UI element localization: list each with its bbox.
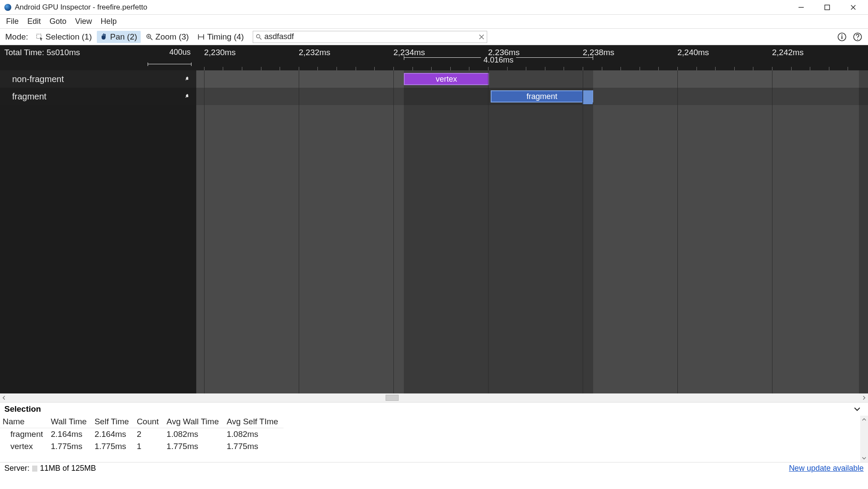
update-available-link[interactable]: New update available xyxy=(789,464,864,473)
cell-self: 1.775ms xyxy=(92,440,134,453)
selection-table-wrap: Name Wall Time Self Time Count Avg Wall … xyxy=(0,416,868,462)
window-minimize-button[interactable] xyxy=(788,0,814,15)
track-lanes[interactable]: vertex fragment xyxy=(196,70,868,393)
search-field-wrap xyxy=(253,31,487,43)
scroll-thumb[interactable] xyxy=(386,395,399,401)
track-row-non-fragment[interactable]: vertex xyxy=(196,70,868,88)
slice-tail-icon xyxy=(582,90,593,104)
col-count[interactable]: Count xyxy=(134,416,164,428)
mode-pan-button[interactable]: Pan (2) xyxy=(97,31,140,43)
window-close-button[interactable] xyxy=(840,0,866,15)
col-self-time[interactable]: Self Time xyxy=(92,416,134,428)
mode-label: Mode: xyxy=(3,32,31,42)
window-maximize-button[interactable] xyxy=(814,0,840,15)
toolbar: Mode: Selection (1) Pan (2) Zoom (3) Tim… xyxy=(0,29,868,45)
track-labels-column: non-fragment fragment xyxy=(0,70,196,393)
clear-search-button[interactable] xyxy=(479,34,484,40)
svg-point-17 xyxy=(842,34,842,35)
cell-name: fragment xyxy=(0,428,48,441)
cell-wall: 1.775ms xyxy=(48,440,92,453)
col-name[interactable]: Name xyxy=(0,416,48,428)
svg-rect-18 xyxy=(842,36,842,39)
slice-fragment[interactable]: fragment xyxy=(491,90,593,102)
pin-icon[interactable] xyxy=(184,93,190,99)
col-wall-time[interactable]: Wall Time xyxy=(48,416,92,428)
selection-panel-header[interactable]: Selection xyxy=(0,403,868,416)
timeline-horizontal-scrollbar[interactable] xyxy=(0,393,868,402)
tick-label: 2,240ms xyxy=(677,48,709,57)
app-icon xyxy=(4,4,11,11)
selection-panel: Selection Name Wall Time Self Time Count… xyxy=(0,402,868,462)
selection-vertical-scrollbar[interactable] xyxy=(860,416,868,462)
search-icon xyxy=(256,34,262,40)
svg-line-6 xyxy=(150,38,152,40)
menu-goto[interactable]: Goto xyxy=(45,15,71,28)
search-input[interactable] xyxy=(264,32,476,41)
track-label-fragment[interactable]: fragment xyxy=(0,88,196,105)
mode-selection-label: Selection (1) xyxy=(46,32,92,42)
mode-selection-button[interactable]: Selection (1) xyxy=(33,31,96,43)
track-row-fragment[interactable]: fragment xyxy=(196,88,868,105)
cell-avg-self: 1.775ms xyxy=(224,440,284,453)
tracks-area[interactable]: non-fragment fragment vertex fragm xyxy=(0,70,868,393)
mode-timing-button[interactable]: Timing (4) xyxy=(194,31,248,43)
table-row[interactable]: fragment 2.164ms 2.164ms 2 1.082ms 1.082… xyxy=(0,428,284,441)
help-button[interactable] xyxy=(851,31,864,43)
cell-count: 1 xyxy=(134,440,164,453)
svg-line-13 xyxy=(260,38,261,40)
cell-count: 2 xyxy=(134,428,164,441)
tick-label: 2,232ms xyxy=(299,48,330,57)
pan-icon xyxy=(100,33,107,40)
selection-icon xyxy=(36,33,43,40)
window-title: Android GPU Inspector - freefire.perfett… xyxy=(15,3,147,12)
cell-name: vertex xyxy=(0,440,48,453)
cell-avg-wall: 1.082ms xyxy=(164,428,224,441)
total-time-label: Total Time: 5s010ms xyxy=(4,48,80,57)
selection-title: Selection xyxy=(4,404,41,414)
menu-help[interactable]: Help xyxy=(96,15,121,28)
mode-zoom-button[interactable]: Zoom (3) xyxy=(142,31,192,43)
track-label-non-fragment[interactable]: non-fragment xyxy=(0,70,196,88)
col-avg-self[interactable]: Avg Self TIme xyxy=(224,416,284,428)
server-label: Server: xyxy=(4,464,30,473)
timing-icon xyxy=(198,33,205,40)
scroll-down-button[interactable] xyxy=(860,454,868,462)
menubar: File Edit Goto View Help xyxy=(0,15,868,29)
menu-file[interactable]: File xyxy=(2,15,23,28)
info-button[interactable] xyxy=(836,31,848,43)
titlebar: Android GPU Inspector - freefire.perfett… xyxy=(0,0,868,15)
slice-vertex[interactable]: vertex xyxy=(404,73,489,85)
server-memory-value: 11MB of 125MB xyxy=(40,464,96,473)
cell-avg-wall: 1.775ms xyxy=(164,440,224,453)
mode-timing-label: Timing (4) xyxy=(207,32,244,42)
timeline-ruler[interactable]: Total Time: 5s010ms 400us 2,230ms 2,232m… xyxy=(0,45,868,70)
mode-pan-label: Pan (2) xyxy=(110,32,137,42)
statusbar: Server: 11MB of 125MB New update availab… xyxy=(0,462,868,474)
scroll-up-button[interactable] xyxy=(860,416,868,423)
track-label-text: non-fragment xyxy=(12,74,64,84)
cell-wall: 2.164ms xyxy=(48,428,92,441)
table-header-row: Name Wall Time Self Time Count Avg Wall … xyxy=(0,416,284,428)
measure-label: 4.016ms xyxy=(481,56,516,65)
svg-rect-1 xyxy=(825,5,830,10)
timeline[interactable]: Total Time: 5s010ms 400us 2,230ms 2,232m… xyxy=(0,45,868,402)
menu-view[interactable]: View xyxy=(71,15,96,28)
svg-point-20 xyxy=(857,39,858,40)
tick-label: 2,242ms xyxy=(772,48,804,57)
table-row[interactable]: vertex 1.775ms 1.775ms 1 1.775ms 1.775ms xyxy=(0,440,284,453)
tick-label: 2,230ms xyxy=(204,48,236,57)
scroll-left-button[interactable] xyxy=(0,394,8,402)
zoom-icon xyxy=(146,33,153,40)
chevron-down-icon[interactable] xyxy=(853,405,861,413)
mode-zoom-label: Zoom (3) xyxy=(155,32,189,42)
menu-edit[interactable]: Edit xyxy=(23,15,45,28)
scroll-track[interactable] xyxy=(8,394,860,402)
measure-callout: 4.016ms xyxy=(404,45,593,70)
scroll-right-button[interactable] xyxy=(860,394,868,402)
cell-self: 2.164ms xyxy=(92,428,134,441)
col-avg-wall[interactable]: Avg Wall Time xyxy=(164,416,224,428)
svg-point-12 xyxy=(256,34,260,38)
cell-avg-self: 1.082ms xyxy=(224,428,284,441)
slice-label: fragment xyxy=(526,92,557,101)
pin-icon[interactable] xyxy=(184,76,190,82)
